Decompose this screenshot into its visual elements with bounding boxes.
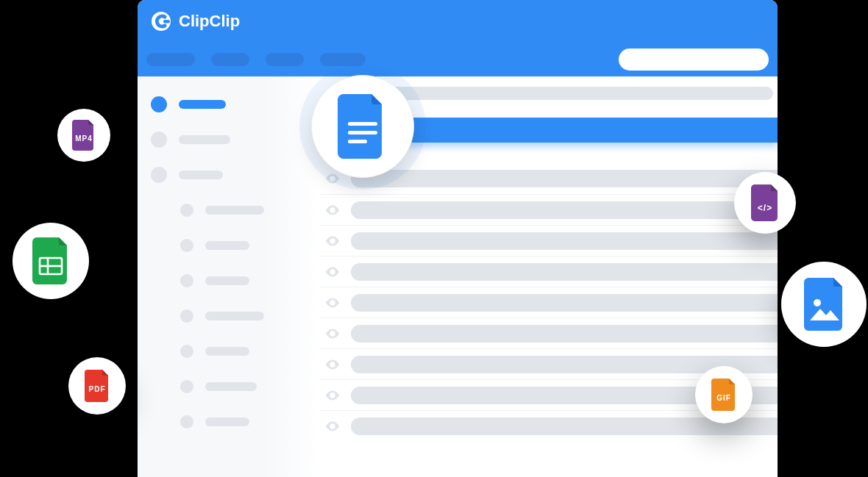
svg-rect-4 [348, 140, 367, 143]
sidebar-label [179, 100, 226, 109]
menu-item[interactable] [320, 53, 366, 66]
item-icon [180, 274, 193, 287]
sidebar-label [179, 135, 230, 144]
svg-point-8 [814, 299, 821, 306]
menu-item[interactable] [146, 53, 195, 66]
clip-preview [351, 201, 778, 219]
sidebar-label [205, 241, 249, 250]
selected-clip[interactable] [355, 118, 778, 143]
clip-preview [351, 263, 778, 281]
sidebar-label [205, 417, 249, 426]
mp4-file-icon: MP4 [57, 109, 110, 162]
sidebar-item[interactable] [138, 228, 320, 263]
folder-icon [151, 132, 167, 148]
search-input[interactable] [619, 49, 769, 71]
window-body [138, 76, 778, 477]
menu-item[interactable] [266, 53, 304, 66]
pdf-file-icon: PDF [68, 357, 126, 415]
mp4-label: MP4 [71, 135, 96, 143]
item-icon [180, 380, 193, 393]
clip-row[interactable] [320, 194, 778, 225]
clip-preview [351, 170, 778, 187]
eye-icon [324, 326, 341, 342]
gif-file-icon: GIF [695, 366, 753, 423]
eye-icon [324, 356, 341, 373]
folder-icon [151, 167, 167, 183]
svg-rect-1 [163, 20, 170, 24]
sidebar-label [179, 171, 223, 179]
doc-file-icon [311, 75, 414, 178]
eye-icon [324, 295, 341, 311]
image-file-icon [781, 262, 867, 347]
logo-icon [151, 11, 171, 32]
sheet-file-icon [13, 223, 89, 299]
clip-row[interactable] [320, 225, 778, 256]
item-icon [180, 415, 193, 428]
clip-preview [351, 325, 778, 342]
item-icon [180, 239, 193, 252]
clip-preview [351, 294, 778, 312]
sidebar-label [205, 382, 257, 391]
eye-icon [324, 171, 341, 187]
window-header: ClipClip [138, 0, 778, 76]
svg-rect-2 [348, 122, 377, 126]
item-icon [180, 309, 193, 323]
sidebar-item[interactable] [138, 404, 320, 440]
panel-title [364, 87, 773, 100]
svg-rect-3 [348, 131, 377, 135]
item-icon [180, 345, 193, 358]
sidebar-label [205, 347, 249, 356]
title-bar: ClipClip [138, 0, 778, 43]
app-name: ClipClip [179, 12, 240, 31]
sidebar [138, 76, 320, 477]
eye-icon [324, 418, 341, 434]
sidebar-group[interactable] [138, 122, 320, 157]
sidebar-label [205, 312, 264, 320]
item-icon [180, 204, 193, 217]
sidebar-group[interactable] [138, 157, 320, 193]
gif-label: GIF [711, 394, 737, 402]
menu-item[interactable] [211, 53, 249, 66]
sidebar-label [205, 276, 249, 285]
eye-icon [324, 233, 341, 249]
app-window: ClipClip [138, 0, 778, 477]
app-logo: ClipClip [151, 11, 240, 32]
sidebar-item[interactable] [138, 334, 320, 369]
sidebar-group-active[interactable] [138, 87, 320, 122]
sidebar-label [205, 206, 264, 215]
code-label: </> [750, 203, 780, 213]
folder-icon [151, 96, 167, 112]
sidebar-item[interactable] [138, 298, 320, 334]
sidebar-item[interactable] [138, 193, 320, 228]
eye-icon [324, 202, 341, 218]
clip-row[interactable] [320, 256, 778, 287]
clip-preview [351, 232, 778, 250]
eye-icon [324, 387, 341, 404]
pdf-label: PDF [84, 385, 110, 393]
menu-bar [138, 43, 778, 76]
sidebar-item[interactable] [138, 369, 320, 404]
clip-row[interactable] [320, 287, 778, 318]
sidebar-item[interactable] [138, 263, 320, 298]
eye-icon [324, 264, 341, 280]
code-file-icon: </> [734, 172, 796, 234]
clip-row[interactable] [320, 318, 778, 348]
